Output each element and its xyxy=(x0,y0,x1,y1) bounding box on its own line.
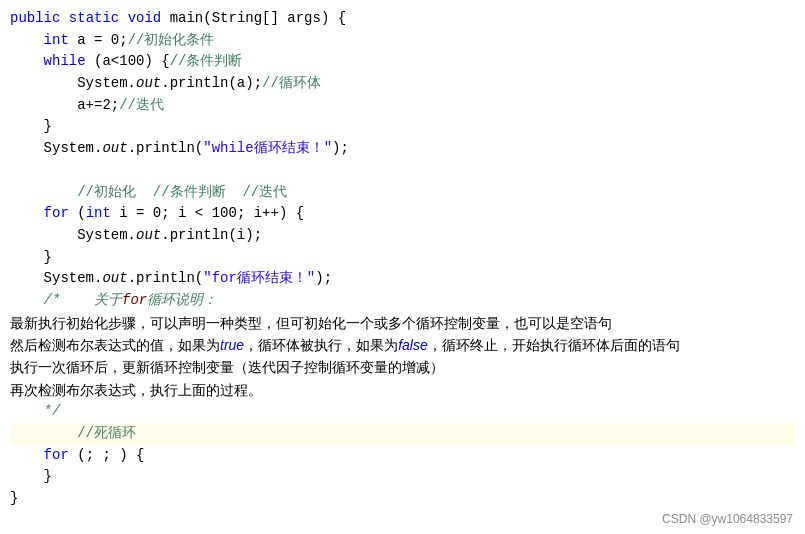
line-3: while (a<100) {//条件判断 xyxy=(10,51,795,73)
line-18: } xyxy=(10,466,795,488)
line-11: System.out.println(i); xyxy=(10,225,795,247)
line-4: System.out.println(a);//循环体 xyxy=(10,73,795,95)
line-14: /* 关于for循环说明： xyxy=(10,290,795,312)
line-6: } xyxy=(10,116,795,138)
para-2: 然后检测布尔表达式的值，如果为true，循环体被执行，如果为false，循环终止… xyxy=(10,334,795,356)
watermark: CSDN @yw1064833597 xyxy=(662,512,793,526)
line-12: } xyxy=(10,247,795,269)
line-8 xyxy=(10,160,795,182)
para-4: 再次检测布尔表达式，执行上面的过程。 xyxy=(10,379,795,401)
line-5: a+=2;//迭代 xyxy=(10,95,795,117)
para-3: 执行一次循环后，更新循环控制变量（迭代因子控制循环变量的增减） xyxy=(10,356,795,378)
line-19: } xyxy=(10,488,795,510)
line-15: */ xyxy=(10,401,795,423)
line-1: public static void main(String[] args) { xyxy=(10,8,795,30)
line-16: //死循环 xyxy=(10,423,795,445)
line-7: System.out.println("while循环结束！"); xyxy=(10,138,795,160)
code-editor: public static void main(String[] args) {… xyxy=(0,0,805,518)
line-17: for (; ; ) { xyxy=(10,445,795,467)
line-2: int a = 0;//初始化条件 xyxy=(10,30,795,52)
para-1: 最新执行初始化步骤，可以声明一种类型，但可初始化一个或多个循环控制变量，也可以是… xyxy=(10,312,795,334)
line-9: //初始化 //条件判断 //迭代 xyxy=(10,182,795,204)
line-10: for (int i = 0; i < 100; i++) { xyxy=(10,203,795,225)
line-13: System.out.println("for循环结束！"); xyxy=(10,268,795,290)
